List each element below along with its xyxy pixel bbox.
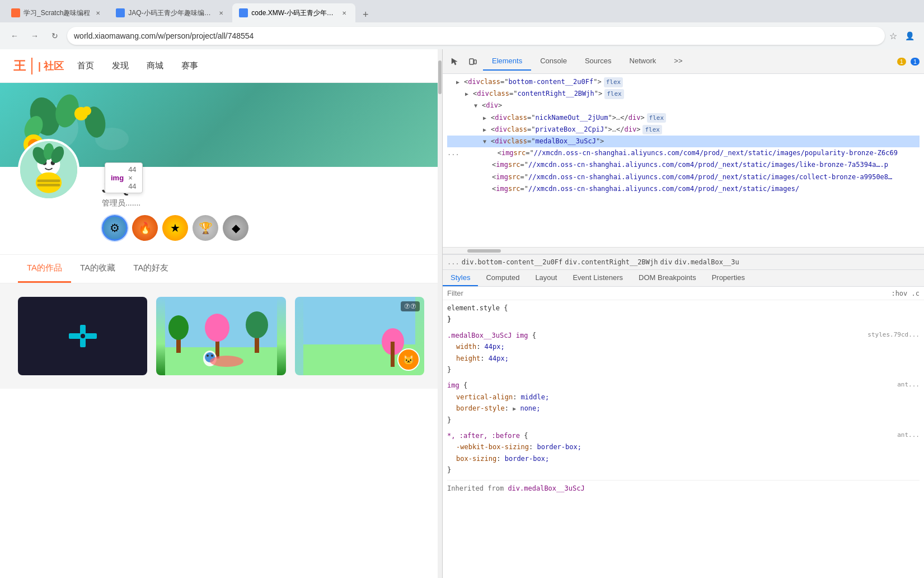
medal-5[interactable]: ◆ xyxy=(223,215,248,241)
bookmark-button[interactable]: ☆ xyxy=(889,31,897,41)
styles-tab-layout[interactable]: Layout xyxy=(527,270,565,286)
img-tooltip: img 44 × 44 xyxy=(105,162,143,193)
tree-line-2: ▶ <div class="contentRight__2BWjh"> flex xyxy=(447,88,920,100)
new-tab-button[interactable]: + xyxy=(358,7,373,22)
device-toolbar-button[interactable] xyxy=(465,54,481,69)
devtools-tab-elements[interactable]: Elements xyxy=(483,52,531,71)
css-rule-element-style: element.style { } xyxy=(447,302,920,325)
tree-arrow-4[interactable]: ▶ xyxy=(483,114,491,123)
css-source-3[interactable]: ant... xyxy=(897,430,920,441)
site-logo-text: | 社区 xyxy=(38,59,64,73)
profile-button[interactable]: 👤 xyxy=(902,28,917,44)
project-grid-area: 🐱 ⑦⑦ xyxy=(0,283,442,389)
css-source-1[interactable]: styles.79cd... xyxy=(867,330,920,341)
horizontal-scrollbar-thumb[interactable] xyxy=(467,249,501,253)
html-tree: ▶ <div class="bottom-content__2u0Ff"> fl… xyxy=(443,74,924,248)
html-tree-scrollbar[interactable] xyxy=(443,248,924,254)
tab-1-favicon xyxy=(11,8,20,17)
tree-line-9: <img src="//xmcdn.oss-cn-shanghai.aliyun… xyxy=(447,171,920,183)
css-selector-2: img xyxy=(447,381,459,389)
devtools-breadcrumb: ... div.bottom-content__2u0Ff div.conten… xyxy=(443,254,924,270)
avatar-image xyxy=(20,139,77,201)
filter-input[interactable] xyxy=(447,289,887,297)
site-logo: 王 xyxy=(13,58,32,74)
css-rule-img: ant... img { vertical-align: middle; bor… xyxy=(447,380,920,426)
breadcrumb-div[interactable]: div xyxy=(660,258,672,266)
devtools-panel: Elements Console Sources Network >> 1 1 … xyxy=(442,49,924,578)
tree-arrow-3[interactable]: ▼ xyxy=(474,101,482,110)
scrollbar-thumb[interactable] xyxy=(438,60,442,94)
svg-point-22 xyxy=(81,334,85,338)
breadcrumb-medal-box[interactable]: div.medalBox__3u xyxy=(674,258,739,266)
breadcrumb-dots: ... xyxy=(447,258,459,266)
styles-tab-computed[interactable]: Computed xyxy=(478,270,527,286)
refresh-button[interactable]: ↻ xyxy=(47,28,63,44)
devtools-tab-sources[interactable]: Sources xyxy=(576,52,621,71)
cursor-icon xyxy=(451,57,459,66)
nature-scene xyxy=(165,297,277,375)
tree-line-10: <img src="//xmcdn.oss-cn-shanghai.aliyun… xyxy=(447,183,920,195)
warning-badge: 1 xyxy=(897,58,906,66)
site-header: 王 | 社区 首页 发现 商城 赛事 xyxy=(0,49,442,83)
nav-discover[interactable]: 发现 xyxy=(112,60,129,71)
medal-4[interactable]: 🏆 xyxy=(193,215,218,241)
tab-works[interactable]: TA的作品 xyxy=(18,255,71,283)
nav-events[interactable]: 赛事 xyxy=(181,60,198,71)
tab-friends[interactable]: TA的好友 xyxy=(124,255,177,283)
medal-2[interactable]: 🔥 xyxy=(132,215,158,241)
project-thumb-2 xyxy=(156,297,285,375)
css-prop-vertical-align: vertical-align xyxy=(456,393,513,401)
profile-role: 管理员....... xyxy=(102,198,424,208)
tab-collections[interactable]: TA的收藏 xyxy=(71,255,124,283)
styles-tab-dom-breakpoints[interactable]: DOM Breakpoints xyxy=(631,270,704,286)
tree-arrow-1[interactable]: ▶ xyxy=(456,78,464,87)
styles-tab-properties[interactable]: Properties xyxy=(704,270,753,286)
tab-1[interactable]: 学习_Scratch趣味编程 ✕ xyxy=(4,3,109,22)
site-nav: 首页 发现 商城 赛事 xyxy=(77,60,198,71)
svg-point-28 xyxy=(246,311,268,338)
styles-tab-event-listeners[interactable]: Event Listeners xyxy=(565,270,631,286)
project-card-3[interactable]: 🐱 ⑦⑦ xyxy=(295,297,424,375)
tree-arrow-2[interactable]: ▶ xyxy=(465,90,473,99)
styles-panel: Styles Computed Layout Event Listeners D… xyxy=(443,270,924,578)
inspect-element-button[interactable] xyxy=(447,54,463,69)
tooltip-tag: img xyxy=(111,174,124,182)
svg-point-17 xyxy=(36,173,62,193)
svg-point-33 xyxy=(207,355,209,357)
profile-medals: ⚙ 🔥 ★ 🏆 ◆ xyxy=(102,215,424,241)
tree-line-4: ▶ <div class="nickNameOut__2jUum"> … </d… xyxy=(447,112,920,124)
svg-rect-40 xyxy=(470,59,473,64)
tab-3-close[interactable]: ✕ xyxy=(340,8,349,17)
svg-point-35 xyxy=(210,356,243,367)
devtools-tab-console[interactable]: Console xyxy=(531,52,576,71)
project-card-2[interactable] xyxy=(156,297,285,375)
css-prop-box-sizing: box-sizing xyxy=(456,455,496,463)
medal-1[interactable]: ⚙ xyxy=(102,215,128,241)
tree-arrow-5[interactable]: ▶ xyxy=(483,125,491,134)
css-value-width: 44px; xyxy=(485,343,505,351)
breadcrumb-content-right[interactable]: div.contentRight__2BWjh xyxy=(565,258,658,266)
breadcrumb-bottom-content[interactable]: div.bottom-content__2u0Ff xyxy=(462,258,563,266)
tab-2-close[interactable]: ✕ xyxy=(217,8,226,17)
nav-home[interactable]: 首页 xyxy=(77,60,94,71)
forward-button[interactable]: → xyxy=(27,28,43,44)
tab-3[interactable]: code.XMW-小码王青少年趣味编... ✕ xyxy=(232,3,355,22)
styles-tab-styles[interactable]: Styles xyxy=(443,270,478,286)
profile-avatar xyxy=(18,139,79,201)
page-scrollbar[interactable] xyxy=(438,49,442,578)
tree-line-5: ▶ <div class="privateBox__2CpiJ"> … </di… xyxy=(447,124,920,136)
devtools-tab-network[interactable]: Network xyxy=(621,52,665,71)
address-input[interactable]: world.xiaomawang.com/w/person/project/al… xyxy=(67,27,885,45)
back-button[interactable]: ← xyxy=(7,28,22,44)
tree-line-3: ▼ <div> xyxy=(447,100,920,111)
medal-3[interactable]: ★ xyxy=(162,215,188,241)
tree-arrow-6[interactable]: ▼ xyxy=(483,137,491,146)
css-prop-webkit-box-sizing: -webkit-box-sizing xyxy=(456,443,529,451)
tab-1-close[interactable]: ✕ xyxy=(93,8,102,17)
css-selector-3: *, :after, :before xyxy=(447,432,520,440)
devtools-tab-more[interactable]: >> xyxy=(665,52,691,71)
nav-shop[interactable]: 商城 xyxy=(147,60,163,71)
project-card-1[interactable] xyxy=(18,297,147,375)
css-source-2[interactable]: ant... xyxy=(897,380,920,390)
tab-2[interactable]: JAQ-小码王青少年趣味编程社区 ✕ xyxy=(109,3,232,22)
